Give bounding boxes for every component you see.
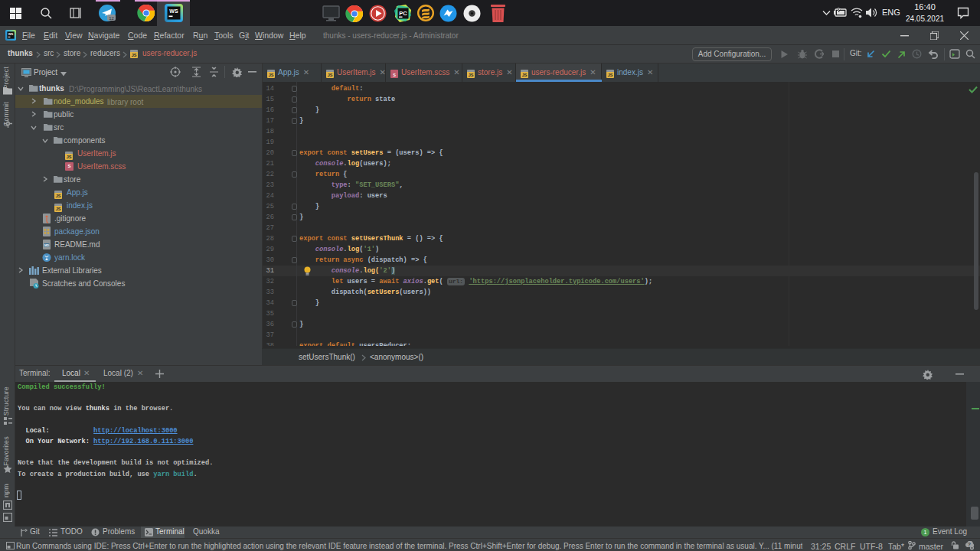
svg-text:12: 12 [109,16,114,21]
svg-text:?: ? [968,542,971,547]
svg-text:WS: WS [8,32,14,36]
svg-text:1: 1 [924,530,927,535]
svg-text:MD: MD [44,243,49,247]
svg-text:PC: PC [399,10,407,17]
svg-text:WS: WS [169,8,178,14]
